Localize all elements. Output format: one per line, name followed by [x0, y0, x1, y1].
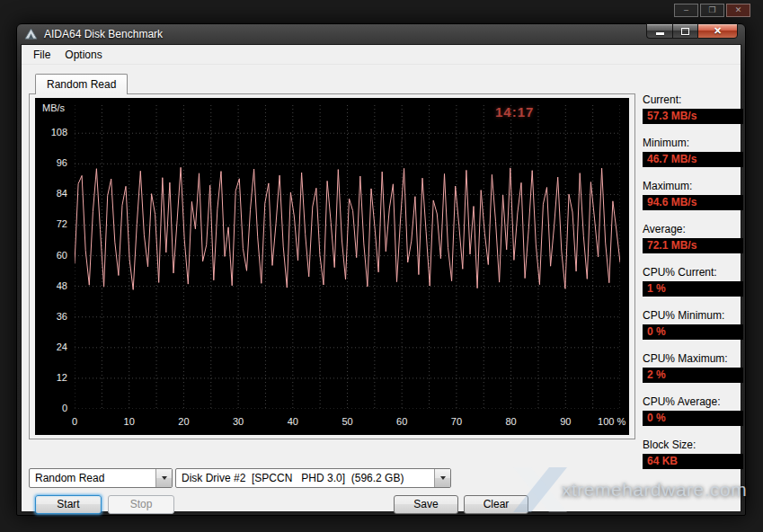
menu-file[interactable]: File: [26, 47, 58, 63]
stat-label: CPU% Maximum:: [643, 352, 743, 365]
stat-value: 0 %: [643, 411, 743, 426]
titlebar[interactable]: AIDA64 Disk Benchmark ✕: [21, 24, 741, 44]
app-icon: [24, 28, 38, 40]
y-tick-label: 60: [35, 250, 67, 261]
aida64-disk-benchmark-window: AIDA64 Disk Benchmark ✕ File Options Ran…: [16, 23, 746, 516]
tab-panel: MB/s 14:17 01224364860728496108010203040…: [29, 93, 635, 439]
benchmark-type-value: Random Read: [30, 472, 155, 484]
y-tick-label: 48: [35, 280, 67, 291]
menu-options[interactable]: Options: [58, 47, 109, 63]
close-icon: ✕: [714, 24, 722, 38]
window-title: AIDA64 Disk Benchmark: [44, 28, 163, 40]
y-tick-label: 0: [35, 403, 67, 413]
stat-label: Maximum:: [643, 180, 743, 192]
y-tick-label: 36: [35, 311, 67, 322]
maximize-icon: [681, 28, 689, 35]
minimize-icon: [656, 32, 664, 35]
watermark-text: xtremehardware.com: [562, 479, 747, 501]
stat-row: CPU% Current:1 %: [643, 266, 743, 297]
stat-row: Maximum:94.6 MB/s: [643, 180, 743, 210]
stats-panel: Current:57.3 MB/sMinimum:46.7 MB/sMaximu…: [643, 93, 743, 482]
x-tick-label: 10: [124, 416, 135, 427]
stat-value: 46.7 MB/s: [643, 152, 743, 167]
save-button[interactable]: Save: [394, 495, 458, 514]
x-tick-label: 40: [288, 416, 298, 427]
stat-row: CPU% Minimum:0 %: [643, 309, 743, 340]
stat-value: 2 %: [643, 368, 743, 383]
x-tick-label: 70: [451, 416, 462, 427]
y-tick-label: 84: [35, 188, 67, 199]
y-axis-unit-label: MB/s: [42, 102, 65, 113]
stat-label: Minimum:: [643, 137, 743, 149]
stat-value: 57.3 MB/s: [643, 109, 743, 124]
stat-label: CPU% Current:: [643, 266, 743, 279]
stat-value: 94.6 MB/s: [643, 195, 743, 210]
stat-label: Current:: [643, 93, 743, 106]
bg-minimize-button[interactable]: –: [674, 4, 698, 17]
x-tick-label: 50: [342, 416, 352, 427]
benchmark-dropdown-button[interactable]: [155, 469, 172, 487]
close-button[interactable]: ✕: [697, 23, 738, 39]
watermark: xtremehardware.com: [508, 464, 747, 516]
stat-row: Minimum:46.7 MB/s: [643, 137, 743, 167]
chart-plot: [75, 105, 620, 409]
x-tick-label: 80: [505, 416, 516, 427]
stat-label: CPU% Average:: [643, 395, 743, 408]
stat-row: Average:72.1 MB/s: [643, 223, 743, 253]
benchmark-type-select[interactable]: Random Read: [29, 468, 173, 488]
drive-dropdown-button[interactable]: [434, 469, 450, 487]
tab-random-read[interactable]: Random Read: [35, 74, 128, 94]
stat-label: CPU% Minimum:: [643, 309, 743, 322]
stat-value: 72.1 MB/s: [643, 238, 743, 253]
chevron-down-icon: [162, 476, 167, 480]
y-tick-label: 12: [35, 372, 67, 383]
minimize-button[interactable]: [646, 23, 672, 39]
content: Random Read MB/s 14:17 01224364860728496…: [22, 65, 741, 511]
maximize-button[interactable]: [672, 23, 697, 39]
y-tick-label: 108: [35, 127, 67, 137]
stat-row: CPU% Maximum:2 %: [643, 352, 743, 383]
y-tick-label: 24: [35, 341, 67, 352]
stat-label: Average:: [643, 223, 743, 235]
bg-maximize-button[interactable]: ❐: [700, 4, 724, 17]
disk-drive-value: Disk Drive #2 [SPCCN PHD 3.0] (596.2 GB): [176, 472, 434, 484]
y-tick-label: 96: [35, 157, 67, 168]
disk-drive-select[interactable]: Disk Drive #2 [SPCCN PHD 3.0] (596.2 GB): [175, 468, 451, 488]
x-tick-label: 0: [72, 416, 77, 427]
x-tick-label: 90: [560, 416, 571, 427]
stat-value: 1 %: [643, 281, 743, 297]
chart-svg: [75, 105, 620, 409]
client-area: File Options Random Read MB/s 14:17 0122…: [21, 44, 741, 512]
y-tick-label: 72: [35, 218, 67, 229]
stat-row: Current:57.3 MB/s: [643, 93, 743, 124]
chevron-down-icon: [440, 476, 446, 480]
window-controls: ✕: [646, 23, 738, 39]
x-tick-label: 20: [178, 416, 189, 427]
x-tick-label: 60: [396, 416, 407, 427]
chart: MB/s 14:17 01224364860728496108010203040…: [35, 98, 629, 435]
stat-value: 0 %: [643, 324, 743, 340]
stat-label: Block Size:: [643, 439, 743, 451]
bg-close-button[interactable]: ✕: [726, 4, 750, 17]
background-window-controls: – ❐ ✕: [674, 4, 750, 17]
x-tick-label: 30: [233, 416, 244, 427]
start-button[interactable]: Start: [35, 495, 102, 514]
menubar: File Options: [22, 45, 741, 65]
x-tick-label: 100 %: [598, 416, 625, 427]
stat-row: CPU% Average:0 %: [643, 395, 743, 426]
stop-button[interactable]: Stop: [108, 495, 174, 514]
